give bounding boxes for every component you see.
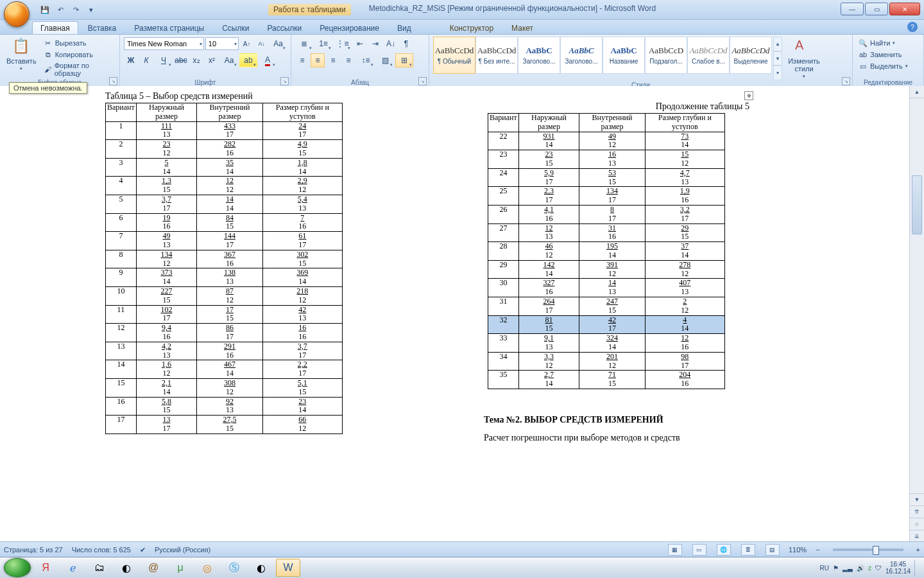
taskbar-chrome-icon[interactable]: ◐ bbox=[114, 559, 139, 577]
table-row[interactable]: 129,41686171616 bbox=[106, 324, 343, 342]
table-row[interactable]: 165,81592132314 bbox=[106, 397, 343, 416]
find-button[interactable]: 🔍Найти ▾ bbox=[857, 38, 920, 48]
table-row[interactable]: 111021717154213 bbox=[106, 305, 343, 324]
view-print-layout-icon[interactable]: ▦ bbox=[668, 544, 682, 556]
status-spellcheck-icon[interactable]: ✔ bbox=[140, 546, 146, 554]
scroll-down-icon[interactable]: ▼ bbox=[910, 493, 924, 505]
shrink-font-icon[interactable]: A↓ bbox=[255, 37, 268, 51]
zoom-slider[interactable] bbox=[833, 548, 903, 551]
table-row[interactable]: 3281154217414 bbox=[488, 315, 725, 334]
table-row[interactable]: 352,714711520416 bbox=[488, 371, 725, 389]
copy-button[interactable]: ⧉Копировать bbox=[42, 49, 116, 60]
vertical-scrollbar[interactable]: ▲ ▼ ⇈ ○ ⇊ bbox=[909, 86, 924, 542]
view-draft-icon[interactable]: ▤ bbox=[766, 544, 780, 556]
taskbar-ie-icon[interactable]: ℯ bbox=[60, 559, 85, 577]
decrease-indent-icon[interactable]: ⇤ bbox=[353, 37, 367, 51]
sort-icon[interactable]: A↓ bbox=[384, 37, 398, 51]
table-row[interactable]: 27121331162915 bbox=[488, 223, 725, 242]
table-row[interactable]: 284612195143714 bbox=[488, 242, 725, 261]
paste-button[interactable]: 📋 Вставить▾ bbox=[4, 37, 39, 78]
font-launcher[interactable]: ↘ bbox=[280, 77, 289, 85]
table-row[interactable]: 111113433172417 bbox=[106, 121, 343, 140]
table-row[interactable]: 343,312201129817 bbox=[488, 352, 725, 371]
styles-launcher[interactable]: ↘ bbox=[842, 77, 850, 85]
tray-volume-icon[interactable]: 🔊 bbox=[857, 565, 864, 572]
tab-references[interactable]: Ссылки bbox=[214, 21, 257, 34]
grow-font-icon[interactable]: A↑ bbox=[240, 37, 253, 51]
style-item[interactable]: AaBbCcDd¶ Обычный bbox=[433, 37, 475, 74]
table-row[interactable]: 351435141,814 bbox=[106, 158, 343, 177]
change-case-icon[interactable]: Aa bbox=[220, 53, 238, 67]
zoom-in-icon[interactable]: + bbox=[916, 546, 920, 554]
format-painter-button[interactable]: 🖌Формат по образцу bbox=[42, 61, 116, 78]
replace-button[interactable]: abЗаменить bbox=[857, 49, 920, 60]
tab-review[interactable]: Рецензирование bbox=[311, 21, 388, 34]
maximize-button[interactable]: ▭ bbox=[865, 3, 888, 15]
save-icon[interactable]: 💾 bbox=[38, 3, 51, 16]
table-row[interactable]: 1022715871221812 bbox=[106, 286, 343, 305]
gallery-up-icon[interactable]: ▲ bbox=[773, 37, 782, 51]
clipboard-launcher[interactable]: ↘ bbox=[109, 77, 117, 85]
style-item[interactable]: AaBbCcDПодзагол... bbox=[645, 37, 687, 74]
taskbar-chrome2-icon[interactable]: ◐ bbox=[249, 559, 273, 577]
paragraph-launcher[interactable]: ↘ bbox=[418, 77, 427, 85]
clear-formatting-icon[interactable]: Aa bbox=[270, 37, 287, 51]
italic-icon[interactable]: К bbox=[139, 53, 153, 67]
borders-icon[interactable]: ⊞ bbox=[395, 53, 413, 67]
font-size-combo[interactable]: 10 bbox=[205, 37, 239, 50]
bullets-icon[interactable]: ≣ bbox=[295, 37, 313, 51]
scroll-track[interactable] bbox=[910, 98, 924, 493]
table-row[interactable]: 17131727,5156612 bbox=[106, 416, 343, 434]
style-item[interactable]: AaBbCcDdВыделение bbox=[730, 37, 772, 74]
close-button[interactable]: ✕ bbox=[889, 3, 920, 15]
qat-customize-icon[interactable]: ▾ bbox=[85, 3, 98, 16]
table-row[interactable]: 619168415716 bbox=[106, 213, 343, 232]
change-styles-button[interactable]: A Изменить стили▾ bbox=[783, 37, 825, 80]
style-item[interactable]: AaBbCcDdСлабое в... bbox=[687, 37, 730, 74]
zoom-knob[interactable] bbox=[873, 546, 879, 555]
redo-icon[interactable]: ↷ bbox=[69, 3, 82, 16]
show-marks-icon[interactable]: ¶ bbox=[399, 37, 413, 51]
tray-lang[interactable]: RU bbox=[820, 565, 829, 572]
view-fullscreen-icon[interactable]: ▭ bbox=[692, 544, 706, 556]
table-row[interactable]: 229311449127314 bbox=[488, 132, 725, 150]
align-center-icon[interactable]: ≡ bbox=[311, 53, 325, 67]
subscript-icon[interactable]: x₂ bbox=[189, 53, 203, 67]
align-left-icon[interactable]: ≡ bbox=[295, 53, 309, 67]
tab-mailings[interactable]: Рассылки bbox=[259, 21, 310, 34]
scroll-thumb[interactable] bbox=[912, 175, 922, 234]
taskbar-yandex-icon[interactable]: Я bbox=[33, 559, 58, 577]
taskbar-agent-icon[interactable]: @ bbox=[141, 559, 166, 577]
start-button[interactable] bbox=[4, 558, 31, 577]
style-item[interactable]: AaBbCЗаголово... bbox=[560, 37, 603, 74]
table-move-handle-icon[interactable]: ✥ bbox=[744, 91, 753, 100]
tray-clock[interactable]: 16:45 16.12.14 bbox=[886, 561, 911, 575]
style-item[interactable]: AaBbCЗаголово... bbox=[518, 37, 560, 74]
table-right[interactable]: ВариантНаружный размерВнутренний размерР… bbox=[488, 113, 725, 389]
table-row[interactable]: 245,91753154,713 bbox=[488, 168, 725, 187]
document-area[interactable]: Таблица 5 – Выбор средств измерений Вари… bbox=[0, 86, 910, 542]
taskbar-explorer-icon[interactable]: 🗂 bbox=[87, 559, 112, 577]
style-gallery[interactable]: AaBbCcDd¶ ОбычныйAaBbCcDd¶ Без инте...Aa… bbox=[433, 37, 772, 80]
table-row[interactable]: 29142143911227812 bbox=[488, 260, 725, 279]
bold-icon[interactable]: Ж bbox=[124, 53, 138, 67]
strike-icon[interactable]: abc bbox=[174, 53, 188, 67]
cut-button[interactable]: ✂Вырезать bbox=[42, 38, 116, 48]
select-button[interactable]: ▭Выделить ▾ bbox=[857, 61, 920, 71]
taskbar-word-icon[interactable]: W bbox=[276, 559, 300, 577]
multilevel-icon[interactable]: ⋮≡ bbox=[334, 37, 352, 51]
view-outline-icon[interactable]: ≣ bbox=[741, 544, 755, 556]
table-row[interactable]: 74913144176117 bbox=[106, 232, 343, 250]
table-row[interactable]: 152,114308125,115 bbox=[106, 378, 343, 397]
status-language[interactable]: Русский (Россия) bbox=[155, 546, 210, 554]
superscript-icon[interactable]: x² bbox=[205, 53, 219, 67]
tab-table-design[interactable]: Конструктор bbox=[441, 21, 502, 34]
office-button[interactable] bbox=[4, 1, 30, 27]
table-row[interactable]: 312641724715212 bbox=[488, 297, 725, 315]
style-scroll[interactable]: ▲ ▼ ▾ bbox=[773, 37, 782, 80]
browse-object-icon[interactable]: ○ bbox=[910, 518, 924, 530]
table-row[interactable]: 41,31512122,912 bbox=[106, 177, 343, 195]
table-row[interactable]: 23231516131512 bbox=[488, 150, 725, 169]
font-name-combo[interactable]: Times New Roman bbox=[124, 37, 204, 50]
zoom-out-icon[interactable]: − bbox=[816, 546, 819, 554]
